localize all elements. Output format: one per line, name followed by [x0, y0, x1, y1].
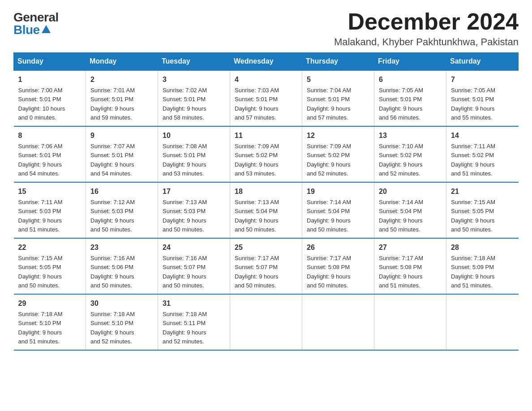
day-header-monday: Monday [86, 53, 158, 71]
day-cell-6: 6Sunrise: 7:05 AMSunset: 5:01 PMDaylight… [374, 70, 446, 126]
day-cell-16: 16Sunrise: 7:12 AMSunset: 5:03 PMDayligh… [86, 182, 158, 238]
week-row-1: 1Sunrise: 7:00 AMSunset: 5:01 PMDaylight… [14, 70, 519, 126]
empty-cell [230, 294, 302, 350]
day-info: Sunrise: 7:08 AMSunset: 5:01 PMDaylight:… [163, 143, 207, 177]
day-number: 6 [379, 74, 442, 85]
day-info: Sunrise: 7:17 AMSunset: 5:07 PMDaylight:… [235, 255, 279, 289]
day-info: Sunrise: 7:03 AMSunset: 5:01 PMDaylight:… [235, 87, 279, 121]
day-number: 9 [90, 130, 153, 141]
day-number: 21 [451, 186, 514, 197]
day-cell-24: 24Sunrise: 7:16 AMSunset: 5:07 PMDayligh… [158, 238, 230, 294]
day-info: Sunrise: 7:13 AMSunset: 5:03 PMDaylight:… [163, 199, 207, 233]
calendar-body: 1Sunrise: 7:00 AMSunset: 5:01 PMDaylight… [14, 70, 519, 350]
day-cell-4: 4Sunrise: 7:03 AMSunset: 5:01 PMDaylight… [230, 70, 302, 126]
day-number: 4 [235, 74, 297, 85]
day-cell-8: 8Sunrise: 7:06 AMSunset: 5:01 PMDaylight… [14, 126, 86, 182]
day-cell-10: 10Sunrise: 7:08 AMSunset: 5:01 PMDayligh… [158, 126, 230, 182]
day-info: Sunrise: 7:16 AMSunset: 5:07 PMDaylight:… [163, 255, 207, 289]
day-header-thursday: Thursday [302, 53, 374, 71]
day-cell-7: 7Sunrise: 7:05 AMSunset: 5:01 PMDaylight… [446, 70, 519, 126]
day-cell-25: 25Sunrise: 7:17 AMSunset: 5:07 PMDayligh… [230, 238, 302, 294]
day-number: 10 [163, 130, 225, 141]
day-cell-29: 29Sunrise: 7:18 AMSunset: 5:10 PMDayligh… [14, 294, 86, 350]
day-cell-3: 3Sunrise: 7:02 AMSunset: 5:01 PMDaylight… [158, 70, 230, 126]
day-info: Sunrise: 7:01 AMSunset: 5:01 PMDaylight:… [90, 87, 135, 121]
day-header-sunday: Sunday [14, 53, 86, 71]
day-cell-30: 30Sunrise: 7:18 AMSunset: 5:10 PMDayligh… [86, 294, 158, 350]
day-info: Sunrise: 7:18 AMSunset: 5:10 PMDaylight:… [90, 311, 135, 345]
day-info: Sunrise: 7:10 AMSunset: 5:02 PMDaylight:… [379, 143, 423, 177]
day-info: Sunrise: 7:05 AMSunset: 5:01 PMDaylight:… [379, 87, 423, 121]
week-row-4: 22Sunrise: 7:15 AMSunset: 5:05 PMDayligh… [14, 238, 519, 294]
day-number: 23 [90, 242, 153, 253]
day-number: 19 [307, 186, 369, 197]
day-number: 29 [18, 298, 82, 309]
day-number: 24 [163, 242, 225, 253]
location-text: Malakand, Khyber Pakhtunkhwa, Pakistan [334, 36, 519, 48]
day-cell-13: 13Sunrise: 7:10 AMSunset: 5:02 PMDayligh… [374, 126, 446, 182]
title-block: December 2024 Malakand, Khyber Pakhtunkh… [334, 9, 519, 48]
day-cell-21: 21Sunrise: 7:15 AMSunset: 5:05 PMDayligh… [446, 182, 519, 238]
day-cell-5: 5Sunrise: 7:04 AMSunset: 5:01 PMDaylight… [302, 70, 374, 126]
day-info: Sunrise: 7:12 AMSunset: 5:03 PMDaylight:… [90, 199, 135, 233]
day-number: 13 [379, 130, 442, 141]
day-cell-9: 9Sunrise: 7:07 AMSunset: 5:01 PMDaylight… [86, 126, 158, 182]
day-header-tuesday: Tuesday [158, 53, 230, 71]
day-number: 22 [18, 242, 82, 253]
day-number: 25 [235, 242, 297, 253]
empty-cell [374, 294, 446, 350]
day-info: Sunrise: 7:06 AMSunset: 5:01 PMDaylight:… [18, 143, 63, 177]
day-number: 28 [451, 242, 514, 253]
day-number: 16 [90, 186, 153, 197]
day-cell-28: 28Sunrise: 7:18 AMSunset: 5:09 PMDayligh… [446, 238, 519, 294]
day-info: Sunrise: 7:17 AMSunset: 5:08 PMDaylight:… [379, 255, 423, 289]
day-info: Sunrise: 7:14 AMSunset: 5:04 PMDaylight:… [307, 199, 351, 233]
day-info: Sunrise: 7:11 AMSunset: 5:03 PMDaylight:… [18, 199, 63, 233]
day-info: Sunrise: 7:18 AMSunset: 5:09 PMDaylight:… [451, 255, 495, 289]
day-cell-23: 23Sunrise: 7:16 AMSunset: 5:06 PMDayligh… [86, 238, 158, 294]
day-info: Sunrise: 7:09 AMSunset: 5:02 PMDaylight:… [307, 143, 351, 177]
day-number: 17 [163, 186, 225, 197]
days-of-week-row: SundayMondayTuesdayWednesdayThursdayFrid… [14, 53, 519, 71]
day-number: 3 [163, 74, 225, 85]
empty-cell [302, 294, 374, 350]
day-info: Sunrise: 7:05 AMSunset: 5:01 PMDaylight:… [451, 87, 495, 121]
day-number: 18 [235, 186, 297, 197]
day-info: Sunrise: 7:14 AMSunset: 5:04 PMDaylight:… [379, 199, 423, 233]
logo-triangle-icon [42, 25, 51, 33]
day-number: 5 [307, 74, 369, 85]
calendar-header: SundayMondayTuesdayWednesdayThursdayFrid… [14, 53, 519, 71]
day-number: 31 [163, 298, 225, 309]
day-info: Sunrise: 7:15 AMSunset: 5:05 PMDaylight:… [18, 255, 63, 289]
day-cell-26: 26Sunrise: 7:17 AMSunset: 5:08 PMDayligh… [302, 238, 374, 294]
day-number: 1 [18, 74, 82, 85]
day-info: Sunrise: 7:16 AMSunset: 5:06 PMDaylight:… [90, 255, 135, 289]
empty-cell [446, 294, 519, 350]
day-info: Sunrise: 7:13 AMSunset: 5:04 PMDaylight:… [235, 199, 279, 233]
day-info: Sunrise: 7:18 AMSunset: 5:11 PMDaylight:… [163, 311, 207, 345]
day-cell-19: 19Sunrise: 7:14 AMSunset: 5:04 PMDayligh… [302, 182, 374, 238]
day-number: 2 [90, 74, 153, 85]
day-number: 12 [307, 130, 369, 141]
day-number: 30 [90, 298, 153, 309]
page-header: General Blue December 2024 Malakand, Khy… [13, 9, 519, 48]
logo-blue-text: Blue [13, 24, 51, 36]
calendar-table: SundayMondayTuesdayWednesdayThursdayFrid… [13, 52, 519, 351]
week-row-5: 29Sunrise: 7:18 AMSunset: 5:10 PMDayligh… [14, 294, 519, 350]
day-cell-20: 20Sunrise: 7:14 AMSunset: 5:04 PMDayligh… [374, 182, 446, 238]
day-number: 15 [18, 186, 82, 197]
day-info: Sunrise: 7:07 AMSunset: 5:01 PMDaylight:… [90, 143, 135, 177]
day-cell-15: 15Sunrise: 7:11 AMSunset: 5:03 PMDayligh… [14, 182, 86, 238]
day-header-wednesday: Wednesday [230, 53, 302, 71]
day-number: 27 [379, 242, 442, 253]
day-header-friday: Friday [374, 53, 446, 71]
day-cell-18: 18Sunrise: 7:13 AMSunset: 5:04 PMDayligh… [230, 182, 302, 238]
day-info: Sunrise: 7:09 AMSunset: 5:02 PMDaylight:… [235, 143, 279, 177]
day-cell-22: 22Sunrise: 7:15 AMSunset: 5:05 PMDayligh… [14, 238, 86, 294]
day-info: Sunrise: 7:04 AMSunset: 5:01 PMDaylight:… [307, 87, 351, 121]
day-cell-12: 12Sunrise: 7:09 AMSunset: 5:02 PMDayligh… [302, 126, 374, 182]
day-info: Sunrise: 7:17 AMSunset: 5:08 PMDaylight:… [307, 255, 351, 289]
day-info: Sunrise: 7:15 AMSunset: 5:05 PMDaylight:… [451, 199, 495, 233]
day-cell-31: 31Sunrise: 7:18 AMSunset: 5:11 PMDayligh… [158, 294, 230, 350]
day-number: 11 [235, 130, 297, 141]
